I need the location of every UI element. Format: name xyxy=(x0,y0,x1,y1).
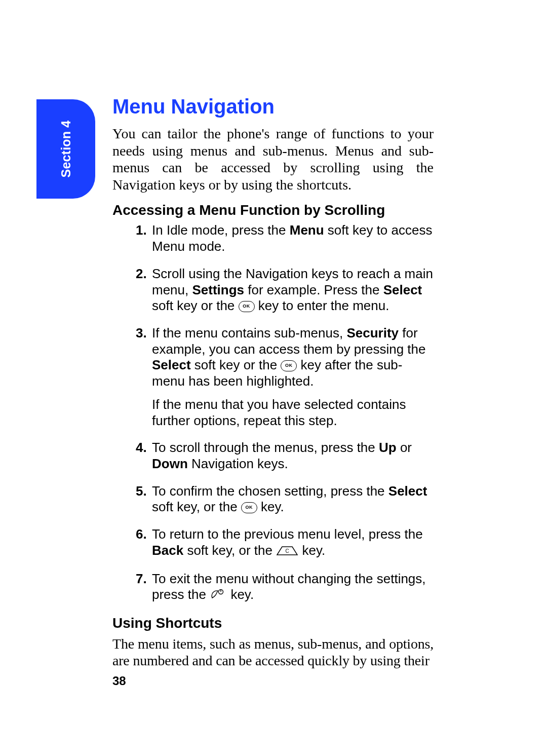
ok-key-icon xyxy=(241,502,257,513)
text: To exit the menu without changing the se… xyxy=(152,571,426,602)
step-2: Scroll using the Navigation keys to reac… xyxy=(112,266,434,314)
subheading-shortcuts: Using Shortcuts xyxy=(112,615,434,631)
text: Navigation keys. xyxy=(188,456,288,471)
bold: Select xyxy=(383,282,422,297)
step-3-followup: If the menu that you have selected conta… xyxy=(152,397,434,429)
text: or xyxy=(397,440,412,455)
text: soft key or the xyxy=(191,357,281,372)
content-column: Menu Navigation You can tailor the phone… xyxy=(112,95,434,688)
bold: Settings xyxy=(192,282,245,297)
svg-text:C: C xyxy=(286,548,289,554)
ok-key-icon xyxy=(239,301,255,312)
text: key. xyxy=(227,587,254,602)
step-7: To exit the menu without changing the se… xyxy=(112,571,434,604)
bold: Menu xyxy=(290,222,324,238)
ok-key-icon xyxy=(281,360,297,371)
steps-list: In Idle mode, press the Menu soft key to… xyxy=(112,222,434,604)
bold: Security xyxy=(346,325,399,341)
text: key to enter the menu. xyxy=(255,298,389,313)
text: In Idle mode, press the xyxy=(152,222,290,238)
section-tab: Section 4 xyxy=(36,99,95,199)
text: soft key, or the xyxy=(152,499,241,514)
c-key-icon: C xyxy=(276,544,298,560)
page-number: 38 xyxy=(112,674,434,688)
text: To confirm the chosen setting, press the xyxy=(152,483,388,499)
bold: Down xyxy=(152,456,188,471)
text: If the menu contains sub-menus, xyxy=(152,325,346,341)
text: soft key or the xyxy=(152,298,239,313)
text: To return to the previous menu level, pr… xyxy=(152,526,423,542)
step-1: In Idle mode, press the Menu soft key to… xyxy=(112,222,434,254)
bold: Up xyxy=(379,440,397,455)
text: for example. Press the xyxy=(244,282,383,297)
step-4: To scroll through the menus, press the U… xyxy=(112,440,434,472)
page-title: Menu Navigation xyxy=(112,95,434,118)
bold: Back xyxy=(152,543,183,558)
step-3: If the menu contains sub-menus, Security… xyxy=(112,325,434,429)
text: soft key, or the xyxy=(183,543,276,558)
text: key. xyxy=(298,543,325,558)
shortcuts-paragraph: The menu items, such as menus, sub-menus… xyxy=(112,635,434,669)
section-tab-label: Section 4 xyxy=(59,121,73,178)
text: To scroll through the menus, press the xyxy=(152,440,379,455)
step-5: To confirm the chosen setting, press the… xyxy=(112,483,434,515)
step-6: To return to the previous menu level, pr… xyxy=(112,526,434,559)
bold: Select xyxy=(388,483,427,499)
subheading-accessing: Accessing a Menu Function by Scrolling xyxy=(112,202,434,218)
end-key-icon xyxy=(210,588,227,604)
bold: Select xyxy=(152,357,191,372)
text: key. xyxy=(257,499,284,514)
intro-paragraph: You can tailor the phone's range of func… xyxy=(112,125,434,193)
